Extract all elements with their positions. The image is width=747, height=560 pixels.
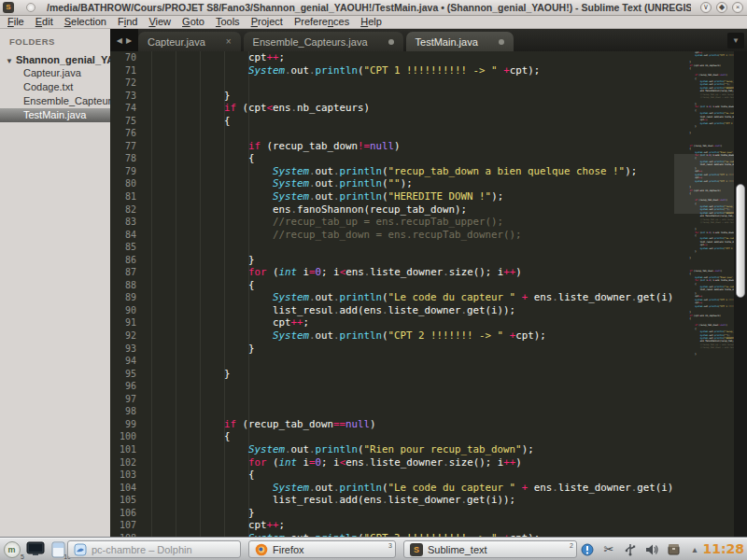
maximize-icon[interactable]: ◆ bbox=[716, 2, 727, 13]
tab-ensemble-capteurs-java[interactable]: Ensemble_Capteurs.java bbox=[244, 32, 403, 51]
menubar: FileEditSelectionFindViewGotoToolsProjec… bbox=[0, 16, 747, 29]
code-line[interactable]: 78 { bbox=[110, 152, 674, 165]
code-area[interactable]: 70 cpt++;71 System.out.println("CPT 1 !!… bbox=[110, 51, 747, 537]
launcher-device-notifier-icon[interactable]: 10 bbox=[49, 539, 68, 559]
code-line[interactable]: 82 ens.fanoShannon(recup_tab_down); bbox=[110, 203, 674, 217]
menu-item-find[interactable]: Find bbox=[112, 16, 143, 28]
code-line[interactable]: 99 if (recup_tab_down==null) bbox=[110, 418, 674, 431]
firefox-icon bbox=[255, 543, 268, 556]
code-line[interactable]: 89 System.out.println("Le code du capteu… bbox=[110, 291, 674, 304]
code-line[interactable]: 93 } bbox=[110, 343, 674, 356]
tab-overflow-icon[interactable]: ▼ bbox=[727, 33, 744, 49]
code-line[interactable]: 76 bbox=[110, 127, 674, 140]
tray-volume-icon[interactable] bbox=[644, 542, 659, 557]
line-number: 102 bbox=[110, 456, 136, 469]
menu-item-tools[interactable]: Tools bbox=[210, 16, 246, 28]
code-line[interactable]: 75 { bbox=[110, 115, 674, 128]
desktop: S /media/BATHROW/Cours/PROJET S8/Fano3/S… bbox=[0, 0, 747, 560]
code-line[interactable]: 94 bbox=[110, 355, 674, 368]
taskbar-launchers: m510 bbox=[2, 539, 68, 560]
code-line[interactable]: 95 } bbox=[110, 368, 674, 381]
code-line[interactable]: 77 if (recup_tab_down!=null) bbox=[110, 140, 674, 153]
tray-panel-collapse-icon[interactable]: ▴ bbox=[687, 542, 702, 557]
line-number: 84 bbox=[110, 229, 136, 242]
menu-item-file[interactable]: File bbox=[2, 16, 30, 28]
code-line[interactable]: 107 cpt++; bbox=[110, 519, 674, 532]
code-line[interactable]: 74 if (cpt<ens.nb_capteurs) bbox=[110, 102, 674, 115]
code-line[interactable]: 106 } bbox=[110, 507, 674, 520]
tab-testmain-java[interactable]: TestMain.java bbox=[406, 32, 514, 51]
code-line[interactable]: 97 bbox=[110, 393, 674, 406]
clock[interactable]: 11:28 bbox=[702, 539, 744, 560]
code-line[interactable]: 72 bbox=[110, 77, 674, 90]
code-line[interactable]: 103 { bbox=[110, 469, 674, 482]
code-line[interactable]: 96 bbox=[110, 380, 674, 393]
tab-scroll-left-icon[interactable]: ◀ bbox=[117, 36, 122, 45]
taskbar-window-firefox[interactable]: Firefox3 bbox=[248, 540, 396, 558]
code-line[interactable]: 84 //recup_tab_down = ens.recupTab_downe… bbox=[110, 229, 674, 242]
launcher-mint-menu-icon[interactable]: m5 bbox=[2, 539, 21, 559]
code-line[interactable]: 70 cpt++; bbox=[110, 51, 674, 64]
code-line[interactable]: 80 System.out.println(""); bbox=[110, 177, 674, 190]
code-line[interactable]: 90 list_resul.add(ens.liste_downer.get(i… bbox=[110, 304, 674, 317]
code-line[interactable]: 86 } bbox=[110, 254, 674, 267]
sidebar-item-testmain-java[interactable]: TestMain.java bbox=[0, 108, 110, 122]
tab-capteur-java[interactable]: Capteur.java× bbox=[138, 32, 241, 51]
menu-item-help[interactable]: Help bbox=[355, 16, 388, 28]
taskbar: m510 pc-chambre – DolphinFirefox3SSublim… bbox=[0, 537, 747, 560]
line-number: 82 bbox=[110, 203, 136, 217]
minimap-viewport[interactable] bbox=[674, 154, 734, 214]
menu-item-goto[interactable]: Goto bbox=[176, 16, 210, 28]
code-line[interactable]: 91 cpt++; bbox=[110, 316, 674, 329]
sidebar-item-capteur-java[interactable]: Capteur.java bbox=[0, 66, 110, 80]
code-line[interactable]: 100 { bbox=[110, 430, 674, 443]
tab-modified-dot-icon[interactable] bbox=[388, 39, 394, 45]
code-text[interactable]: 70 cpt++;71 System.out.println("CPT 1 !!… bbox=[110, 51, 674, 537]
tab-close-icon[interactable]: × bbox=[226, 36, 232, 47]
code-line[interactable]: 85 bbox=[110, 241, 674, 254]
tab-modified-dot-icon[interactable] bbox=[499, 39, 504, 45]
sidebar-item-codage-txt[interactable]: Codage.txt bbox=[0, 80, 110, 94]
menu-item-project[interactable]: Project bbox=[246, 16, 289, 28]
sidebar-root-folder[interactable]: ▼Shannon_genial_YAOU bbox=[0, 52, 110, 66]
minimize-icon[interactable]: ∨ bbox=[700, 2, 712, 13]
code-line[interactable]: 105 list_resul.add(ens.liste_downer.get(… bbox=[110, 494, 674, 507]
code-line[interactable]: 81 System.out.println("HEREDITE DOWN !")… bbox=[110, 190, 674, 203]
tab-scroll-right-icon[interactable]: ▶ bbox=[126, 36, 132, 45]
scrollbar-thumb[interactable] bbox=[736, 184, 745, 298]
tray-update-shield-icon[interactable] bbox=[580, 542, 595, 557]
launcher-desktop-icon[interactable] bbox=[25, 539, 45, 559]
scrollbar-track[interactable] bbox=[734, 51, 747, 537]
taskbar-window-label: pc-chambre – Dolphin bbox=[92, 544, 192, 555]
menu-item-edit[interactable]: Edit bbox=[30, 16, 59, 28]
tray-usb-device-icon[interactable] bbox=[623, 542, 638, 557]
window-titlebar[interactable]: S /media/BATHROW/Cours/PROJET S8/Fano3/S… bbox=[0, 0, 747, 16]
volume-icon bbox=[645, 543, 659, 556]
close-icon[interactable]: × bbox=[732, 2, 743, 13]
code-line[interactable]: 88 { bbox=[110, 279, 674, 292]
code-line[interactable]: 104 System.out.println("Le code du capte… bbox=[110, 482, 674, 495]
window-menu-button[interactable] bbox=[26, 3, 35, 12]
code-line[interactable]: 92 System.out.println("CPT 2 !!!!!!! -> … bbox=[110, 329, 674, 343]
code-line[interactable]: 87 for (int i=0; i<ens.liste_downer.size… bbox=[110, 266, 674, 279]
menu-item-view[interactable]: View bbox=[143, 16, 176, 28]
minimap[interactable]: cpt++; System.out.println("CPT 1 !!!!!!!… bbox=[674, 51, 734, 537]
taskbar-window-label: Sublime_text bbox=[428, 544, 487, 555]
code-line[interactable]: 71 System.out.println("CPT 1 !!!!!!!!!! … bbox=[110, 64, 674, 77]
line-number: 95 bbox=[110, 368, 136, 381]
code-line[interactable]: 79 System.out.println("recup_tab_down a … bbox=[110, 165, 674, 178]
code-line[interactable]: 101 System.out.println("Rien pour recup_… bbox=[110, 443, 674, 456]
menu-item-selection[interactable]: Selection bbox=[59, 16, 112, 28]
code-line[interactable]: 102 for (int i=0; i<ens.liste_downer.siz… bbox=[110, 456, 674, 469]
menu-item-preferences[interactable]: Preferences bbox=[289, 16, 355, 28]
code-line[interactable]: 83 //recup_tab_up = ens.recupTab_upper()… bbox=[110, 216, 674, 229]
taskbar-window-sublime-text[interactable]: SSublime_text2 bbox=[403, 540, 577, 558]
taskbar-window-pc-chambre-dolphin[interactable]: pc-chambre – Dolphin bbox=[67, 540, 241, 558]
code-line[interactable]: 98 bbox=[110, 405, 674, 418]
tray-clipper-scissors-icon[interactable]: ✂ bbox=[601, 542, 616, 557]
sidebar-item-ensemble-capteurs[interactable]: Ensemble_Capteurs bbox=[0, 94, 110, 108]
tray-package-icon[interactable] bbox=[666, 542, 681, 557]
code-line[interactable]: 73 } bbox=[110, 90, 674, 103]
tab-scroll-arrows[interactable]: ◀ ▶ bbox=[110, 29, 138, 51]
launcher-badge: 5 bbox=[21, 553, 24, 560]
